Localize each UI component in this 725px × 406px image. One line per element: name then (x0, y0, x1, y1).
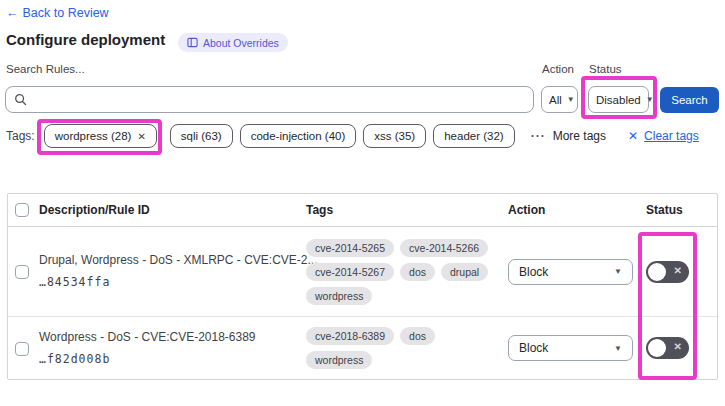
search-icon (14, 93, 27, 106)
tag-chip-label: header (32) (444, 130, 503, 142)
chevron-down-icon: ▼ (567, 95, 575, 104)
tag-pill: dos (400, 327, 435, 345)
remove-tag-icon[interactable]: ✕ (137, 131, 145, 142)
row-checkbox[interactable] (15, 342, 29, 356)
rule-id: …84534ffa (39, 277, 306, 289)
table-header-row: Description/Rule ID Tags Action Status (8, 194, 717, 227)
ellipsis-icon: ··· (531, 129, 546, 143)
tag-pill: wordpress (306, 287, 372, 305)
about-overrides-badge[interactable]: About Overrides (178, 33, 288, 52)
rule-tags: cve-2014-5265 cve-2014-5266 cve-2014-526… (306, 239, 500, 305)
chevron-down-icon: ▼ (646, 95, 654, 104)
select-all-checkbox[interactable] (15, 203, 29, 217)
tag-chip-label: wordpress (28) (55, 130, 132, 142)
action-select[interactable]: Block ▼ (508, 335, 633, 361)
tag-chip-label: sqli (63) (181, 130, 222, 142)
toggle-knob (648, 263, 666, 281)
chevron-down-icon: ▼ (614, 267, 622, 276)
status-filter-value: Disabled (596, 94, 641, 106)
search-rules-label: Search Rules... (6, 63, 85, 75)
action-label: Action (542, 63, 574, 75)
toggle-off-icon: ✕ (674, 341, 682, 352)
tag-chip-header[interactable]: header (32) (433, 124, 514, 148)
row-checkbox[interactable] (15, 265, 29, 279)
clear-tags-link[interactable]: ✕ Clear tags (628, 129, 699, 143)
tag-pill: cve-2018-6389 (306, 327, 394, 345)
tag-pill: wordpress (306, 351, 372, 369)
tag-chip-wordpress-selected[interactable]: wordpress (28) ✕ (44, 124, 157, 148)
about-overrides-label: About Overrides (203, 37, 279, 49)
back-to-review-link[interactable]: ←Back to Review (6, 6, 109, 20)
action-filter-select[interactable]: All ▼ (541, 86, 578, 113)
rule-id: …f82d008b (39, 354, 306, 366)
action-select-value: Block (519, 265, 548, 279)
action-select-value: Block (519, 341, 548, 355)
action-select[interactable]: Block ▼ (508, 259, 633, 285)
rules-table: Description/Rule ID Tags Action Status D… (7, 193, 718, 380)
tag-chip-label: xss (35) (374, 130, 415, 142)
status-toggle-off[interactable]: ✕ (646, 261, 689, 283)
status-filter-select[interactable]: Disabled ▼ (588, 86, 649, 113)
clear-icon: ✕ (628, 129, 638, 143)
configure-deployment-page: ←Back to Review Configure deployment Abo… (0, 0, 725, 406)
tag-chip-xss[interactable]: xss (35) (363, 124, 426, 148)
tag-pill: cve-2014-5267 (306, 263, 394, 281)
column-header-status: Status (646, 203, 717, 217)
tags-bar-label: Tags: (6, 129, 35, 143)
more-tags-label: More tags (553, 129, 606, 143)
page-title: Configure deployment (6, 31, 165, 48)
toggle-off-icon: ✕ (674, 265, 682, 276)
more-tags-button[interactable]: ··· More tags (531, 129, 606, 143)
rule-tags: cve-2018-6389 dos wordpress (306, 327, 500, 369)
tag-pill: cve-2014-5265 (306, 239, 394, 257)
column-header-tags: Tags (306, 203, 508, 217)
rule-description: Wordpress - DoS - CVE:CVE-2018-6389 (39, 331, 306, 343)
search-rules-input[interactable] (5, 86, 534, 113)
status-label: Status (589, 63, 622, 75)
column-header-description: Description/Rule ID (39, 203, 306, 217)
back-link-label: Back to Review (23, 6, 109, 20)
book-icon (187, 37, 198, 48)
back-arrow-icon: ← (6, 6, 19, 20)
status-toggle-off[interactable]: ✕ (646, 337, 689, 359)
rule-description: Drupal, Wordpress - DoS - XMLRPC - CVE:C… (39, 254, 306, 266)
table-row: Wordpress - DoS - CVE:CVE-2018-6389 …f82… (8, 317, 717, 379)
clear-tags-label: Clear tags (644, 129, 699, 143)
tags-bar: Tags: wordpress (28) ✕ sqli (63) code-in… (6, 124, 699, 148)
tag-chip-sqli[interactable]: sqli (63) (170, 124, 233, 148)
tag-pill: cve-2014-5266 (400, 239, 488, 257)
tag-pill: drupal (441, 263, 488, 281)
tag-pill: dos (400, 263, 435, 281)
chevron-down-icon: ▼ (614, 344, 622, 353)
tag-chip-label: code-injection (40) (251, 130, 346, 142)
toggle-knob (648, 339, 666, 357)
table-row: Drupal, Wordpress - DoS - XMLRPC - CVE:C… (8, 227, 717, 317)
tag-chip-code-injection[interactable]: code-injection (40) (240, 124, 357, 148)
search-button[interactable]: Search (660, 87, 719, 113)
column-header-action: Action (508, 203, 646, 217)
action-filter-value: All (549, 94, 562, 106)
